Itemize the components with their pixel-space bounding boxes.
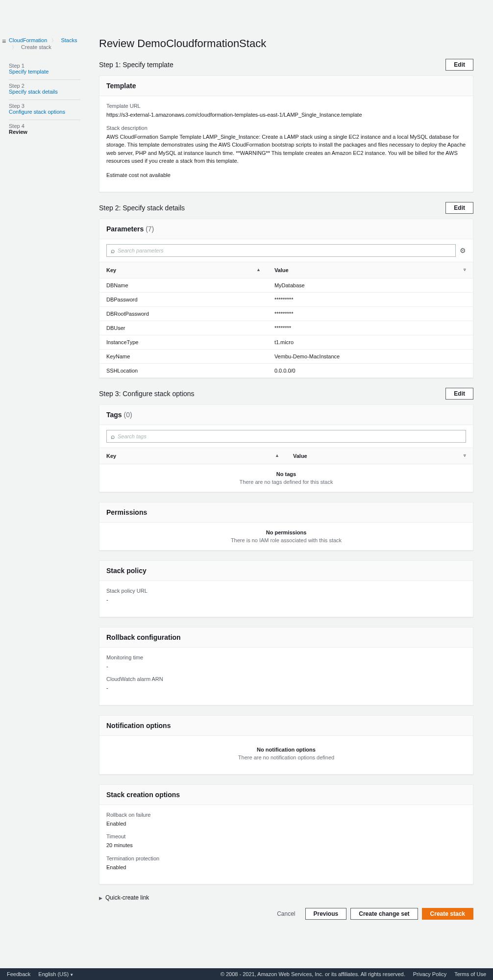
step1-edit-button[interactable]: Edit (445, 59, 473, 71)
stack-policy-title: Stack policy (99, 561, 473, 581)
monitoring-time-label: Monitoring time (106, 654, 466, 660)
quick-create-link[interactable]: Quick-create link (99, 894, 473, 901)
no-tags-sub: There are no tags defined for this stack (106, 479, 466, 485)
table-row: DBNameMyDatabase (99, 278, 473, 293)
param-key: SSHLocation (99, 364, 268, 378)
tags-search[interactable] (106, 430, 466, 443)
param-value: Vembu-Demo-MacInstance (268, 350, 473, 364)
param-value: ******** (268, 321, 473, 335)
breadcrumb-current: Create stack (21, 44, 51, 50)
step1-heading: Step 1: Specify template (99, 61, 173, 69)
param-value: 0.0.0.0/0 (268, 364, 473, 378)
search-icon (111, 432, 115, 440)
sidebar-step-specify-template[interactable]: Specify template (9, 69, 80, 75)
no-notif-sub: There are no notification options define… (106, 754, 466, 760)
estimate-cost: Estimate cost not available (106, 171, 466, 179)
hamburger-icon[interactable]: ≡ (2, 37, 6, 45)
cloudwatch-arn-value: - (106, 684, 466, 692)
stack-description-label: Stack description (106, 125, 466, 131)
sidebar-step-review: Review (9, 129, 80, 135)
search-icon (111, 247, 115, 254)
tags-search-input[interactable] (118, 433, 462, 439)
timeout-value: 20 minutes (106, 841, 466, 850)
step-num: Step 2 (9, 83, 80, 89)
table-row: DBPassword********* (99, 293, 473, 307)
stack-creation-options-title: Stack creation options (99, 785, 473, 805)
no-notif-title: No notification options (106, 747, 466, 753)
param-value: ********* (268, 293, 473, 307)
sort-asc-icon[interactable]: ▲ (256, 267, 261, 272)
param-key: DBName (99, 278, 268, 293)
rollback-on-failure-value: Enabled (106, 820, 466, 828)
termination-protection-label: Termination protection (106, 855, 466, 861)
sort-asc-icon[interactable]: ▲ (275, 453, 279, 458)
sort-icon[interactable]: ▿ (464, 453, 466, 458)
rollback-config-title: Rollback configuration (99, 628, 473, 648)
create-change-set-button[interactable]: Create change set (350, 908, 418, 920)
table-row: DBUser******** (99, 321, 473, 335)
termination-protection-value: Enabled (106, 863, 466, 872)
step-num: Step 1 (9, 63, 80, 69)
stack-policy-url-label: Stack policy URL (106, 588, 466, 594)
param-value: ********* (268, 307, 473, 321)
step2-edit-button[interactable]: Edit (445, 202, 473, 214)
sort-icon[interactable]: ▿ (464, 267, 466, 272)
param-value: t1.micro (268, 335, 473, 350)
monitoring-time-value: - (106, 662, 466, 671)
param-value: MyDatabase (268, 278, 473, 293)
gear-icon[interactable]: ⚙ (460, 247, 466, 254)
stack-policy-url-value: - (106, 596, 466, 604)
parameters-table: Key▲ Value▿ DBNameMyDatabaseDBPassword**… (99, 262, 473, 377)
sidebar-step-specify-stack-details[interactable]: Specify stack details (9, 89, 80, 95)
create-stack-button[interactable]: Create stack (422, 908, 473, 920)
parameter-search-input[interactable] (118, 248, 451, 253)
param-key: InstanceType (99, 335, 268, 350)
no-permissions-title: No permissions (106, 529, 466, 535)
template-url-label: Template URL (106, 103, 466, 109)
page-title: Review DemoCloudformationStack (99, 37, 473, 50)
table-row: DBRootPassword********* (99, 307, 473, 321)
param-key: KeyName (99, 350, 268, 364)
param-key: DBUser (99, 321, 268, 335)
breadcrumb-stacks[interactable]: Stacks (61, 37, 77, 43)
step3-edit-button[interactable]: Edit (445, 388, 473, 400)
stack-description-value: AWS CloudFormation Sample Template LAMP_… (106, 133, 466, 165)
rollback-on-failure-label: Rollback on failure (106, 812, 466, 818)
table-row: KeyNameVembu-Demo-MacInstance (99, 350, 473, 364)
template-url-value: https://s3-external-1.amazonaws.com/clou… (106, 111, 466, 119)
timeout-label: Timeout (106, 833, 466, 839)
param-key: DBPassword (99, 293, 268, 307)
no-permissions-sub: There is no IAM role associated with thi… (106, 537, 466, 543)
parameter-search[interactable] (106, 244, 456, 257)
cancel-button[interactable]: Cancel (271, 908, 301, 919)
previous-button[interactable]: Previous (305, 908, 347, 920)
breadcrumb: CloudFormation 〉 Stacks 〉 Create stack (9, 37, 80, 54)
table-row: InstanceTypet1.micro (99, 335, 473, 350)
template-panel-title: Template (99, 76, 473, 96)
step-num: Step 4 (9, 123, 80, 129)
step2-heading: Step 2: Specify stack details (99, 204, 185, 212)
notification-options-title: Notification options (99, 716, 473, 736)
cloudwatch-arn-label: CloudWatch alarm ARN (106, 676, 466, 682)
permissions-title: Permissions (99, 503, 473, 523)
table-row: SSHLocation0.0.0.0/0 (99, 364, 473, 378)
step3-heading: Step 3: Configure stack options (99, 390, 195, 398)
breadcrumb-cloudformation[interactable]: CloudFormation (9, 37, 47, 43)
sidebar-step-configure-options[interactable]: Configure stack options (9, 109, 80, 115)
step-num: Step 3 (9, 103, 80, 109)
no-tags-title: No tags (106, 471, 466, 477)
parameters-panel-title: Parameters (7) (99, 219, 473, 239)
param-key: DBRootPassword (99, 307, 268, 321)
